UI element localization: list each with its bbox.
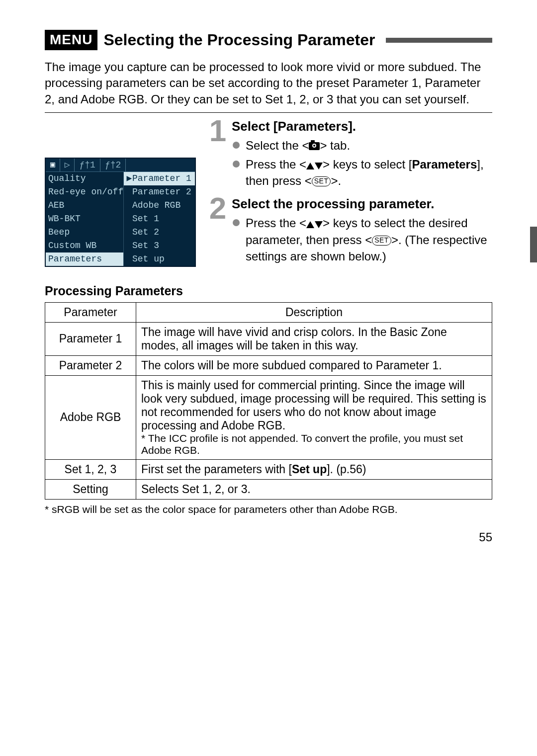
lcd-option-item: Set 1	[124, 212, 195, 226]
up-down-arrows-icon	[306, 221, 323, 228]
table-cell-param: Setting	[45, 479, 136, 499]
table-fineprint: * The ICC profile is not appended. To co…	[141, 432, 487, 456]
page-title: Selecting the Processing Parameter	[103, 31, 375, 49]
table-header-param: Parameter	[45, 302, 136, 322]
lcd-option-item: Set 3	[124, 239, 195, 252]
table-row: Adobe RGBThis is mainly used for commerc…	[45, 375, 492, 459]
table-cell-param: Adobe RGB	[45, 375, 136, 459]
table-header-desc: Description	[136, 302, 492, 322]
camera-icon	[309, 142, 320, 150]
step-title: Select [Parameters].	[232, 119, 492, 134]
lcd-menu-item: Quality	[46, 172, 123, 185]
table-cell-desc: First set the parameters with [Set up]. …	[136, 459, 492, 479]
table-section-title: Processing Parameters	[45, 284, 492, 298]
set-button-icon: SET	[312, 176, 331, 186]
step-title: Select the processing parameter.	[232, 196, 492, 212]
page-title-row: MENU Selecting the Processing Parameter	[45, 30, 492, 50]
table-cell-desc: Selects Set 1, 2, or 3.	[136, 479, 492, 499]
step-bullet: Press the <> keys to select the desired …	[233, 215, 492, 265]
lcd-menu-item: AEB	[46, 199, 123, 212]
footnote: * sRGB will be set as the color space fo…	[45, 504, 492, 515]
processing-parameters-table: Parameter Description Parameter 1The ima…	[45, 302, 492, 500]
lcd-option-list: ▶Parameter 1 Parameter 2 Adobe RGB Set 1…	[124, 172, 195, 266]
table-cell-param: Set 1, 2, 3	[45, 459, 136, 479]
lcd-tab-tool2: ƒ†2	[100, 159, 126, 171]
lcd-menu-item: Beep	[46, 226, 123, 239]
camera-icon: ▣	[50, 159, 55, 171]
table-row: SettingSelects Set 1, 2, or 3.	[45, 479, 492, 499]
lcd-menu-item: Parameters	[46, 252, 123, 266]
title-rule	[386, 38, 492, 43]
step-bullet: Press the <> keys to select [Parameters]…	[233, 156, 492, 189]
lcd-option-item: ▶Parameter 1	[124, 172, 195, 185]
step-bullet: Select the <> tab.	[233, 137, 492, 154]
lcd-menu-item: Red-eye on/off	[46, 185, 123, 199]
step-number: 1	[208, 117, 228, 191]
lcd-menu-item: WB-BKT	[46, 212, 123, 226]
section-thumb-tab	[530, 227, 537, 262]
step: 2Select the processing parameter.Press t…	[208, 196, 492, 267]
step: 1Select [Parameters].Select the <> tab.P…	[208, 119, 492, 191]
lcd-tab-camera: ▣	[46, 159, 60, 171]
up-down-arrows-icon	[306, 163, 323, 169]
page-number: 55	[45, 530, 492, 544]
table-cell-desc: The colors will be more subdued compared…	[136, 355, 492, 375]
set-button-icon: SET	[372, 236, 391, 246]
table-cell-desc: The image will have vivid and crisp colo…	[136, 322, 492, 355]
lcd-option-item: Adobe RGB	[124, 199, 195, 212]
table-row: Parameter 1The image will have vivid and…	[45, 322, 492, 355]
lcd-option-item: Parameter 2	[124, 185, 195, 199]
lcd-menu-list: QualityRed-eye on/offAEBWB-BKTBeepCustom…	[46, 172, 124, 266]
lcd-tab-tool1: ƒ†1	[75, 159, 100, 171]
lcd-tab-bar: ▣ ▷ ƒ†1 ƒ†2	[46, 159, 195, 172]
lcd-option-item: Set 2	[124, 226, 195, 239]
table-row: Parameter 2The colors will be more subdu…	[45, 355, 492, 375]
table-cell-desc: This is mainly used for commercial print…	[136, 375, 492, 459]
separator	[45, 112, 492, 113]
menu-badge: MENU	[45, 30, 97, 50]
intro-paragraph: The image you capture can be processed t…	[45, 59, 492, 107]
lcd-tab-play: ▷	[60, 159, 75, 171]
lcd-menu-item: Custom WB	[46, 239, 123, 252]
camera-lcd-screenshot: ▣ ▷ ƒ†1 ƒ†2 QualityRed-eye on/offAEBWB-B…	[45, 158, 196, 267]
step-number: 2	[208, 194, 228, 267]
table-cell-param: Parameter 1	[45, 322, 136, 355]
lcd-option-item: Set up	[124, 252, 195, 266]
table-row: Set 1, 2, 3First set the parameters with…	[45, 459, 492, 479]
table-cell-param: Parameter 2	[45, 355, 136, 375]
